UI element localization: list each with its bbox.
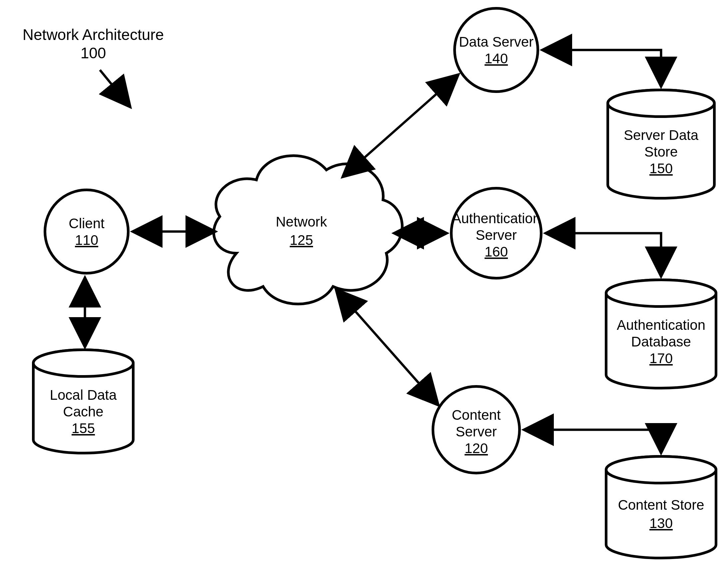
title-pointer-icon [100,70,130,107]
cloud-icon [214,155,402,304]
client-num: 110 [75,232,98,248]
local-cache-label-1: Local Data [50,387,117,403]
server-store-node: Server Data Store 150 [608,90,714,198]
client-label: Client [69,215,105,231]
data-server-label: Data Server [459,34,534,50]
content-store-num: 130 [649,515,673,531]
connector-dataserver-store [543,50,661,86]
content-server-node: Content Server 120 [433,387,520,473]
data-server-num: 140 [485,51,508,66]
content-store-node: Content Store 130 [606,456,716,558]
connector-authserver-db [546,233,661,276]
connector-network-dataserver [343,75,458,176]
title-label: Network Architecture [23,26,164,43]
content-server-num: 120 [465,440,488,456]
diagram-canvas: Network Architecture 100 Network 125 Cli… [0,0,728,562]
server-store-label-1: Server Data [624,127,699,143]
circle-icon [455,8,538,92]
cylinder-top-icon2 [608,90,714,117]
content-server-label-2: Server [456,424,497,439]
title-num: 100 [81,44,106,62]
connector-network-contentserver [336,290,438,405]
local-cache-label-2: Cache [63,404,103,420]
auth-server-node: Authentication Server 160 [451,188,541,278]
connector-contentserver-store [525,430,661,452]
content-server-label-1: Content [452,407,501,423]
server-store-label-2: Store [644,144,678,159]
auth-db-num: 170 [649,351,673,366]
cylinder-top-icon2 [606,280,716,307]
cylinder-top-icon2 [606,456,716,483]
network-label: Network [276,214,327,229]
circle-icon [45,190,128,273]
network-cloud: Network 125 [214,155,402,304]
diagram-title: Network Architecture 100 [23,26,164,107]
local-cache-node: Local Data Cache 155 [33,350,133,453]
content-store-label: Content Store [618,497,704,513]
auth-db-label-2: Database [631,334,691,350]
auth-db-node: Authentication Database 170 [606,280,716,388]
auth-db-label-1: Authentication [617,317,705,333]
auth-server-num: 160 [485,244,508,259]
auth-server-label-1: Authentication [452,210,541,226]
local-cache-num: 155 [72,421,95,436]
data-server-node: Data Server 140 [455,8,538,92]
cylinder-top-icon2 [33,350,133,377]
client-node: Client 110 [45,190,128,273]
network-num: 125 [290,232,313,248]
server-store-num: 150 [649,160,673,176]
auth-server-label-2: Server [476,227,517,243]
